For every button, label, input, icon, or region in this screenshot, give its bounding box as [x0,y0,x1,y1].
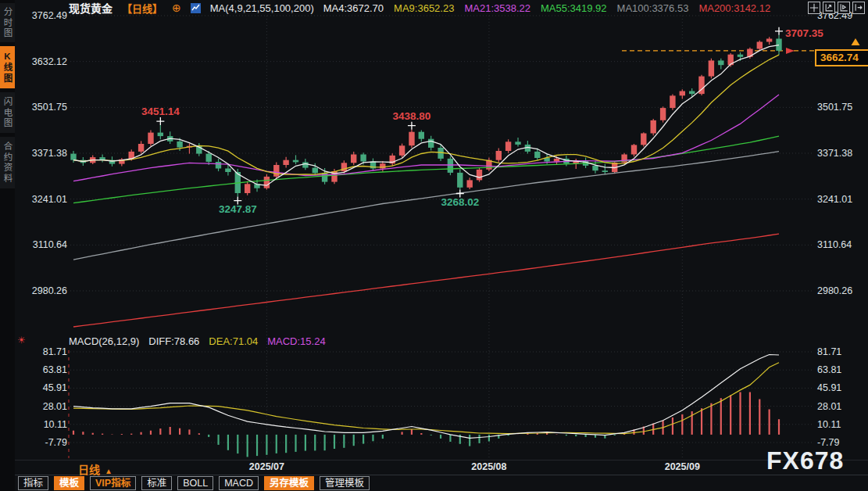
tab-模板[interactable]: 模板 [54,476,84,490]
period-tag[interactable]: 【日线】 [122,1,163,16]
ma-params-label[interactable]: MA(4,9,21,55,100,200) [210,2,314,14]
tab-管理模板[interactable]: 管理模板 [320,476,370,490]
axis-label: 3110.64 [20,239,67,250]
period-selector-label: 日线 [78,464,100,476]
swing-cross-marker [408,122,416,130]
ma-value: MA21:3538.22 [464,2,530,14]
tab-BOLL[interactable]: BOLL [177,476,213,490]
swing-cross-marker [775,27,783,35]
macd-diff-value: DIFF:78.66 [148,335,199,347]
axis-label: 81.71 [20,346,67,357]
last-price-box: 3662.74 [815,49,868,66]
tab-指标[interactable]: 指标 [18,476,48,490]
price-pin-icon [852,38,860,45]
sidebar-item-2[interactable]: K线图 [0,46,15,88]
swing-cross-marker [156,117,164,125]
tab-VIP指标[interactable]: VIP指标 [90,476,136,490]
chart-canvas[interactable]: 3451.143247.873438.803268.023707.35 [0,0,868,491]
axis-label: 63.81 [20,364,67,375]
fx678-watermark: FX678 [766,446,844,475]
macd-dea-value: DEA:71.04 [209,335,258,347]
ma-values-group: MA4:3672.70MA9:3652.23MA21:3538.22MA55:3… [323,2,770,14]
macd-params-label: MACD(26,12,9) [69,335,139,347]
swing-price-annotation: 3451.14 [141,106,180,117]
add-indicator-icon[interactable]: ⊕ [172,2,181,14]
axis-label: 3632.12 [20,56,67,67]
kline-mini-icon [191,3,201,13]
chart-bottom-divider [15,460,868,461]
axis-label: 3371.38 [817,148,864,159]
axis-label: 10.11 [817,419,864,430]
axis-label: 3762.49 [20,10,67,21]
period-selector[interactable]: 日线▲ [78,461,113,477]
pan-right-icon[interactable] [852,2,865,14]
sidebar-item-3[interactable]: 闪电图 [0,92,15,133]
last-price-value: 3662.74 [820,52,859,63]
playback-icon[interactable] [838,2,850,14]
swing-price-annotation: 3438.80 [393,110,431,122]
sidebar-item-1[interactable]: 分时图 [0,3,15,42]
axis-label: 28.01 [817,401,864,412]
axis-label: 45.91 [817,382,864,393]
axis-label: 2980.26 [817,285,864,296]
axis-label: 3241.01 [817,194,864,205]
left-sidebar: 分时图K线图闪电图合约资料 [0,0,15,491]
tab-MACD[interactable]: MACD [219,476,259,490]
bottom-toolbar: 指标模板VIP指标标准BOLLMACD另存模板管理模板 [18,476,370,490]
period-up-arrow-icon: ▲ [105,467,113,475]
ma-value: MA200:3142.12 [698,2,770,14]
axis-label: 28.01 [20,401,67,412]
axis-label: 63.81 [817,364,864,375]
axis-label: 2980.26 [20,285,67,296]
swing-price-annotation: 3268.02 [441,196,479,208]
trading-app-window: 3451.143247.873438.803268.023707.35 分时图K… [0,0,868,491]
axis-label: 45.91 [20,382,67,393]
macd-header[interactable]: MACD(26,12,9) DIFF:78.66 DEA:71.04 MACD:… [69,335,326,347]
ma-value: MA55:3419.92 [541,2,607,14]
axis-label: 3110.64 [817,239,864,250]
x-axis-month-label: 2025/09 [659,461,705,472]
tab-另存模板[interactable]: 另存模板 [264,476,314,490]
axis-label: 3371.38 [20,148,67,159]
axis-label: 3241.01 [20,194,67,205]
latest-arrow-icon [786,48,795,54]
axis-label: 10.11 [20,419,67,430]
ma-value: MA100:3376.53 [617,2,689,14]
macd-histogram [73,392,779,457]
swing-price-annotation: 3247.87 [219,203,257,215]
crosshair-tool-icon[interactable] [808,2,820,14]
sidebar-item-4[interactable]: 合约资料 [0,137,15,188]
macd-macd-value: MACD:15.24 [267,335,325,347]
axis-zoom-icon[interactable] [823,2,835,14]
axis-label: -7.79 [20,437,67,448]
axis-label: 81.71 [817,346,864,357]
x-axis-month-label: 2025/07 [244,461,289,472]
chart-toolbar-icons [808,2,865,14]
swing-price-annotation: 3707.35 [785,27,823,39]
toolbar-top-divider [0,475,868,475]
x-axis-month-label: 2025/08 [466,461,512,472]
indicator-settings-icon[interactable]: ☀ [17,335,26,346]
ma-value: MA4:3672.70 [323,2,384,14]
axis-label: 3501.75 [817,102,864,113]
symbol-title: 现货黄金 [69,0,113,16]
tab-标准[interactable]: 标准 [141,476,172,490]
ma-value: MA9:3652.23 [394,2,454,14]
axis-label: 3501.75 [20,102,67,113]
chart-header: 现货黄金 【日线】 ⊕ MA(4,9,21,55,100,200) MA4:36… [69,2,770,14]
